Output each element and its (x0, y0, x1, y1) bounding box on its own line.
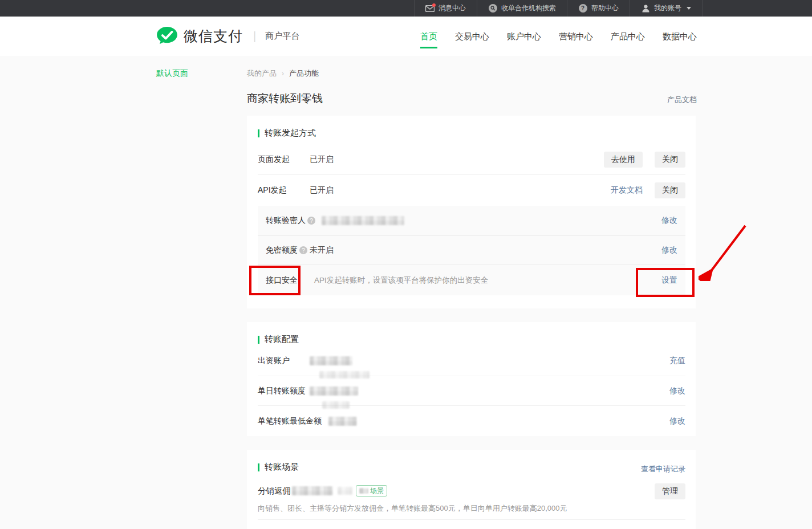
nav-account-center[interactable]: 账户中心 (507, 17, 541, 56)
interface-security-row: 接口安全 API发起转账时，设置该项平台将保护你的出资安全 设置 (258, 265, 685, 295)
nopass-limit-status: 未开启 (310, 245, 334, 255)
redacted-value (338, 487, 352, 495)
main-nav: 首页 交易中心 账户中心 营销中心 产品中心 数据中心 (420, 17, 697, 56)
breadcrumb: 我的产品 › 产品功能 (247, 68, 319, 79)
page-initiate-status: 已开启 (310, 154, 334, 165)
redacted-value (292, 486, 333, 495)
scene-tag-label: 场景 (370, 486, 384, 495)
api-close-button[interactable]: 关闭 (655, 182, 685, 198)
page-initiate-row: 页面发起 已开启 去使用 关闭 (258, 145, 685, 175)
section-title: 转账场景 (265, 462, 299, 473)
divider (258, 519, 685, 520)
interface-security-desc: API发起转账时，设置该项平台将保护你的出资安全 (314, 275, 488, 286)
scene-tag: 场景 (356, 485, 387, 497)
help-center-item[interactable]: ? 帮助中心 (567, 0, 630, 17)
api-initiate-status: 已开启 (310, 185, 334, 196)
redacted-value (359, 488, 368, 494)
breadcrumb-separator-icon: › (282, 70, 284, 78)
redacted-value (310, 386, 358, 396)
section-accent-bar (258, 463, 259, 471)
page-initiate-label: 页面发起 (258, 154, 310, 165)
daily-modify-link[interactable]: 修改 (669, 386, 685, 396)
nopass-limit-label: 免密额度 (266, 245, 298, 255)
brand-divider: | (253, 30, 256, 43)
transfer-verifier-row: 转账验密人 ? 修改 (258, 206, 685, 235)
nopass-modify-link[interactable]: 修改 (661, 245, 677, 255)
funding-account-label: 出资账户 (258, 356, 310, 366)
security-settings-link[interactable]: 设置 (661, 275, 677, 286)
daily-limit-label: 单日转账额度 (258, 386, 310, 396)
message-center-item[interactable]: 消息中心 (414, 0, 477, 17)
nav-marketing-center[interactable]: 营销中心 (559, 17, 593, 56)
min-amount-row: 单笔转账最低金额 修改 (258, 406, 685, 436)
page-close-button[interactable]: 关闭 (655, 152, 685, 168)
min-modify-link[interactable]: 修改 (669, 416, 685, 426)
redacted-value (310, 356, 352, 365)
section-accent-bar (258, 336, 259, 344)
nav-transaction-center[interactable]: 交易中心 (455, 17, 489, 56)
verifier-modify-link[interactable]: 修改 (661, 215, 677, 226)
brand-name: 微信支付 (184, 27, 243, 46)
breadcrumb-my-products[interactable]: 我的产品 (247, 68, 277, 79)
api-initiate-row: API发起 已开启 开发文档 关闭 (258, 175, 685, 206)
transfer-scene-section-header: 转账场景 (258, 462, 299, 473)
go-use-button[interactable]: 去使用 (604, 152, 643, 168)
interface-security-label: 接口安全 (266, 275, 298, 286)
brand-area[interactable]: 微信支付 | 商户平台 (156, 17, 299, 56)
my-account-item[interactable]: 我的账号 (630, 0, 702, 17)
dev-doc-link[interactable]: 开发文档 (611, 185, 643, 196)
min-amount-label: 单笔转账最低金额 (258, 416, 322, 426)
chevron-down-icon (687, 7, 691, 10)
section-title: 转账配置 (265, 334, 299, 345)
transfer-method-section-header: 转账发起方式 (258, 128, 316, 139)
view-application-records-link[interactable]: 查看申请记录 (641, 464, 685, 474)
nav-product-center[interactable]: 产品中心 (611, 17, 645, 56)
wechat-pay-logo-icon (156, 26, 178, 47)
nopass-limit-row: 免密额度 ? 未开启 修改 (258, 235, 685, 265)
transfer-config-card: 转账配置 出资账户 充值 单日转账额度 修改 单笔转账最低金额 修改 (247, 322, 696, 436)
help-icon[interactable]: ? (307, 217, 315, 225)
message-center-label: 消息中心 (439, 3, 466, 13)
breadcrumb-product-features: 产品功能 (289, 68, 319, 79)
top-utility-group: 消息中心 收单合作机构搜索 ? 帮助中心 我的账号 (414, 0, 703, 17)
nav-home[interactable]: 首页 (420, 17, 437, 56)
acquiring-search-label: 收单合作机构搜索 (501, 3, 556, 13)
wechat-pay-merchant-platform: 消息中心 收单合作机构搜索 ? 帮助中心 我的账号 (0, 0, 812, 529)
transfer-scene-card: 转账场景 查看申请记录 分销返佣 场景 管理 向销售、团长、主播等分销方发放佣金… (247, 450, 696, 529)
platform-name: 商户平台 (265, 31, 299, 42)
manage-button[interactable]: 管理 (655, 483, 685, 499)
redacted-value (328, 417, 357, 426)
message-icon (425, 4, 435, 13)
top-utility-bar: 消息中心 收单合作机构搜索 ? 帮助中心 我的账号 (0, 0, 812, 17)
section-title: 转账发起方式 (265, 128, 316, 139)
main-header: 微信支付 | 商户平台 首页 交易中心 账户中心 营销中心 产品中心 数据中心 (0, 17, 812, 56)
api-initiate-label: API发起 (258, 185, 310, 196)
help-icon: ? (578, 4, 587, 13)
redacted-value (322, 216, 404, 225)
my-account-label: 我的账号 (654, 3, 681, 13)
recharge-link[interactable]: 充值 (669, 356, 685, 366)
transfer-method-card: 转账发起方式 页面发起 已开启 去使用 关闭 API发起 已开启 开发文档 关闭… (247, 116, 696, 308)
distribution-rebate-row: 分销返佣 场景 (258, 482, 387, 499)
transfer-verifier-label: 转账验密人 (266, 215, 306, 226)
product-doc-link[interactable]: 产品文档 (667, 95, 697, 105)
page-title: 商家转账到零钱 (247, 91, 323, 106)
transfer-config-section-header: 转账配置 (258, 334, 299, 345)
sidebar-item-default-page[interactable]: 默认页面 (156, 68, 188, 79)
section-accent-bar (258, 129, 259, 137)
help-icon[interactable]: ? (299, 246, 307, 254)
user-icon (641, 4, 650, 13)
unread-badge (432, 3, 436, 7)
api-settings-panel: 转账验密人 ? 修改 免密额度 ? 未开启 修改 接口安全 API发起转账时，设… (258, 206, 685, 295)
acquiring-search-item[interactable]: 收单合作机构搜索 (477, 0, 567, 17)
scene-description: 向销售、团长、主播等分销方发放佣金，单笔转账最高500元，单日向单用户转账最高2… (258, 503, 567, 514)
search-icon (488, 4, 497, 13)
distribution-rebate-label: 分销返佣 (258, 486, 291, 497)
nav-data-center[interactable]: 数据中心 (663, 17, 697, 56)
annotation-arrow-icon (699, 221, 753, 281)
help-center-label: 帮助中心 (591, 3, 619, 13)
